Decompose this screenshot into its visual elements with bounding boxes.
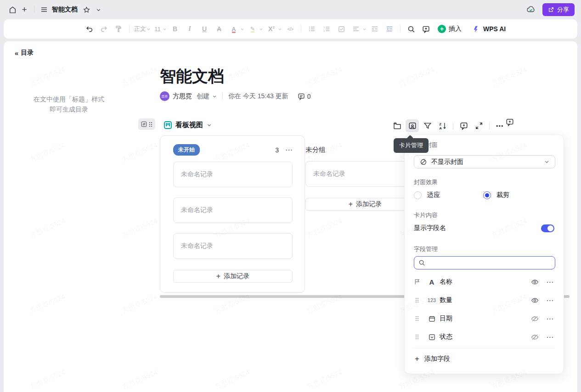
svg-text:2: 2: [323, 29, 325, 32]
kanban-card[interactable]: 未命名记录: [173, 233, 293, 259]
checklist-icon[interactable]: [335, 23, 347, 35]
divider: [414, 348, 555, 348]
group-icon[interactable]: [390, 119, 404, 132]
divider: [34, 6, 34, 13]
chevron-down-icon[interactable]: [362, 27, 367, 31]
add-comment-floating-icon[interactable]: [506, 118, 514, 126]
redo-icon[interactable]: [98, 23, 110, 35]
column-more-icon[interactable]: ⋯: [285, 146, 293, 154]
add-field-button[interactable]: + 添加字段: [415, 354, 450, 364]
kanban-card[interactable]: 未命名记录: [173, 197, 293, 223]
column-title[interactable]: 未分组: [305, 146, 326, 154]
align-icon[interactable]: [350, 23, 362, 35]
more-icon[interactable]: ⋯: [545, 278, 555, 286]
cloud-sync-icon[interactable]: [525, 4, 537, 16]
drag-handle-icon: [149, 122, 152, 127]
more-icon[interactable]: ⋯: [493, 119, 507, 132]
plus-icon: +: [415, 354, 419, 364]
view-name: 看板视图: [175, 121, 203, 129]
text-field-icon: A: [427, 278, 437, 286]
page-title[interactable]: 智能文档: [160, 66, 224, 87]
toc-collapse-button[interactable]: « 目录: [15, 49, 34, 57]
home-icon[interactable]: [6, 4, 18, 16]
kanban-view-icon: [164, 121, 172, 129]
view-title[interactable]: 看板视图: [164, 121, 212, 129]
highlight-color-icon[interactable]: ✎: [247, 23, 259, 35]
indent-icon[interactable]: [384, 23, 395, 35]
font-color-icon[interactable]: A: [228, 23, 240, 35]
doc-meta-row: 思霓 方思霓 创建 你在 今天 15:43 更新 0: [160, 91, 311, 101]
add-record-button[interactable]: + 添加记录: [173, 270, 293, 283]
drag-handle-icon[interactable]: [414, 316, 420, 321]
new-tab-icon[interactable]: +: [18, 4, 30, 16]
chevron-down-icon[interactable]: [240, 27, 244, 31]
italic-icon[interactable]: I: [184, 23, 196, 35]
wps-ai-button[interactable]: WPS AI: [473, 25, 506, 33]
cover-select-value: 不显示封面: [431, 158, 540, 166]
strikethrough-icon[interactable]: A: [213, 23, 225, 35]
bullet-list-icon[interactable]: [306, 23, 318, 35]
chevron-down-icon[interactable]: [147, 27, 151, 31]
radio-fit-label[interactable]: 适应: [427, 191, 440, 199]
block-handle[interactable]: [138, 118, 155, 130]
superscript-icon[interactable]: X2: [265, 23, 277, 35]
status-badge[interactable]: 未开始: [173, 144, 200, 156]
sort-icon[interactable]: ZA: [436, 119, 449, 132]
chevron-down-icon[interactable]: [163, 27, 167, 31]
field-row-name[interactable]: A 名称 ⋯: [414, 273, 555, 291]
svg-text:A: A: [439, 126, 442, 130]
comment-count-button[interactable]: 0: [298, 93, 311, 100]
radio-fit[interactable]: [414, 191, 422, 199]
undo-icon[interactable]: [83, 23, 95, 35]
more-icon[interactable]: ⋯: [545, 314, 555, 323]
eye-icon[interactable]: [530, 278, 540, 286]
field-row-status[interactable]: 状态 ⋯: [414, 328, 555, 346]
radio-crop-label[interactable]: 裁剪: [496, 191, 509, 199]
chevron-down-icon[interactable]: [212, 94, 217, 99]
card-content-label: 卡片内容: [414, 211, 438, 219]
kanban-card[interactable]: 未命名记录: [173, 162, 293, 187]
card-manage-icon[interactable]: [406, 119, 419, 132]
font-size-select[interactable]: 11: [153, 23, 162, 35]
drag-handle-icon[interactable]: [414, 297, 420, 303]
doc-menu-chevron-icon[interactable]: [92, 4, 104, 16]
fullscreen-icon[interactable]: [472, 119, 485, 132]
star-icon[interactable]: [80, 4, 92, 16]
insert-button[interactable]: + 插入: [438, 25, 462, 33]
outdent-icon[interactable]: [369, 23, 381, 35]
svg-text:1: 1: [323, 26, 325, 28]
more-icon[interactable]: ⋯: [545, 296, 555, 305]
bold-icon[interactable]: B: [169, 23, 181, 35]
eye-off-icon[interactable]: [530, 333, 540, 341]
numbered-list-icon[interactable]: 12: [321, 23, 333, 35]
card-manage-panel: 卡片封面 不显示封面 封面效果 适应 裁剪 卡片内容 显示字段名 字段管理 A …: [404, 134, 564, 374]
show-field-name-toggle[interactable]: [541, 224, 554, 232]
paragraph-style-select[interactable]: 正文: [134, 23, 146, 35]
code-icon[interactable]: </>: [284, 23, 296, 35]
insert-label: 插入: [449, 25, 462, 33]
radio-crop[interactable]: [483, 191, 491, 199]
comment-icon: [298, 93, 305, 100]
convert-block-icon: [141, 121, 147, 127]
filter-icon[interactable]: [421, 119, 434, 132]
chevron-down-icon[interactable]: [278, 27, 282, 31]
chevron-down-icon: [544, 159, 549, 164]
field-row-quantity[interactable]: 123 数量 ⋯: [414, 291, 555, 309]
menu-icon[interactable]: [38, 4, 50, 16]
eye-icon[interactable]: [530, 297, 540, 304]
share-button[interactable]: 分享: [542, 3, 575, 16]
underline-icon[interactable]: U: [198, 23, 210, 35]
field-row-date[interactable]: 日期 ⋯: [414, 309, 555, 328]
more-icon[interactable]: ⋯: [545, 333, 555, 342]
comment-icon[interactable]: [420, 23, 432, 35]
drag-handle-icon[interactable]: [414, 334, 420, 340]
chevron-down-icon[interactable]: [259, 27, 263, 31]
format-toolbar: 正文 11 B I U A A ✎ X2 </> 12 + 插入: [4, 19, 577, 39]
cover-select[interactable]: 不显示封面: [414, 155, 555, 168]
field-search-input[interactable]: [429, 259, 551, 267]
format-painter-icon[interactable]: [113, 23, 124, 35]
card-manage-tooltip: 卡片管理: [394, 138, 429, 153]
search-icon[interactable]: [405, 23, 417, 35]
eye-off-icon[interactable]: [530, 315, 540, 323]
add-comment-icon[interactable]: [457, 119, 470, 132]
